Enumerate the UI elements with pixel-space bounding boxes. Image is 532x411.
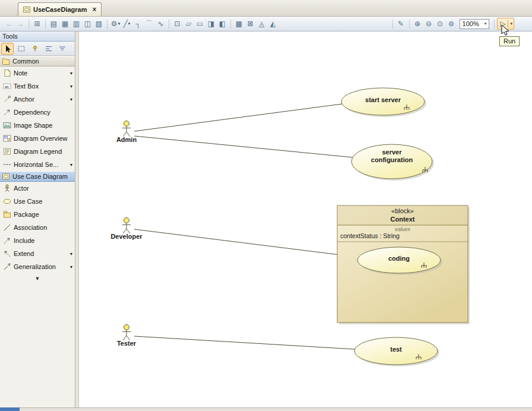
chevron-down-icon[interactable]: ▾ (70, 97, 74, 102)
zoom-out-icon[interactable]: ⊖ (424, 18, 434, 29)
diagram-canvas[interactable]: «block»ContextvaluescontextStatus : Stri… (79, 31, 532, 407)
tool-item-note[interactable]: Note▾ (0, 67, 75, 80)
zoom-in-icon[interactable]: ⊕ (413, 18, 423, 29)
toolbar-separator (392, 20, 393, 29)
tools-sections: CommonNote▾abText Box▾Anchor▾DependencyI… (0, 56, 75, 273)
order-tool[interactable] (56, 43, 68, 55)
grid-icon[interactable]: ▩ (234, 18, 244, 29)
tool-item-diagram-overview[interactable]: Diagram Overview (0, 132, 75, 145)
chevron-down-icon[interactable]: ▾ (118, 21, 121, 26)
tool-item-label: Anchor (14, 96, 68, 103)
actor-admin[interactable] (124, 121, 129, 127)
tool-item-extend[interactable]: Extend▾ (0, 247, 75, 260)
usecase-label: coding (388, 255, 410, 262)
tool-item-actor[interactable]: Actor (0, 182, 75, 195)
chevron-down-icon[interactable]: ▾ (70, 84, 74, 89)
actor-tester[interactable] (124, 325, 129, 330)
forward-icon[interactable]: → (15, 18, 26, 29)
chevron-down-icon[interactable]: ▾ (70, 71, 74, 76)
oblique-path-icon[interactable]: ╱▾ (122, 18, 132, 29)
chevron-down-icon[interactable]: ▾ (484, 21, 487, 26)
bottom-scrollbar[interactable] (0, 407, 532, 411)
more-tools-chevron-icon[interactable]: ▼ (0, 273, 75, 282)
association-icon (3, 223, 11, 232)
oval-icon (3, 197, 11, 206)
tool-item-diagram-legend[interactable]: Diagram Legend (0, 145, 75, 158)
add-text-icon[interactable]: ▭ (195, 18, 205, 29)
actor-label: Admin (116, 136, 137, 143)
association-line[interactable] (134, 104, 342, 131)
tool-item-image-shape[interactable]: Image Shape (0, 119, 75, 132)
tool-item-horizontal-se[interactable]: Horizontal Se...▾ (0, 158, 75, 171)
copy-icon[interactable]: ▤ (49, 18, 59, 29)
tool-item-label: Generalization (14, 263, 68, 270)
tool-item-include[interactable]: Include (0, 234, 75, 247)
close-tab-icon[interactable]: × (93, 7, 97, 12)
usecase-diagram-icon (23, 5, 31, 14)
tool-item-label: Diagram Legend (14, 148, 74, 155)
association-line[interactable] (134, 336, 355, 349)
block-attribute[interactable]: contextStatus : String (340, 232, 400, 239)
layout-icon[interactable]: ⚙▾ (110, 18, 121, 29)
actor-body[interactable] (122, 223, 131, 234)
delete-icon[interactable]: ▧ (94, 18, 104, 29)
sticky-tool[interactable] (28, 43, 41, 55)
actor-developer[interactable] (124, 218, 129, 223)
run-button[interactable]: ▷▾ (497, 18, 514, 30)
add-image-icon[interactable]: ◨ (206, 18, 216, 29)
containment-icon[interactable]: ⊞ (32, 18, 42, 29)
tool-item-generalization[interactable]: Generalization▾ (0, 260, 75, 273)
show-paths-icon[interactable]: ◭ (268, 18, 278, 29)
actor-label: Developer (110, 233, 142, 240)
tool-item-label: Association (14, 224, 74, 231)
note-icon (3, 69, 11, 77)
tool-item-text-box[interactable]: abText Box▾ (0, 80, 75, 93)
tool-item-association[interactable]: Association (0, 221, 75, 234)
actor-body[interactable] (122, 127, 131, 137)
tool-item-use-case[interactable]: Use Case (0, 195, 75, 208)
section-header-use-case-diagram[interactable]: Use Case Diagram (0, 171, 75, 182)
zoom-fit-icon[interactable]: ⊙ (435, 18, 445, 29)
add-note-icon[interactable]: ▱ (183, 18, 194, 29)
scrollbar-thumb[interactable] (0, 407, 20, 411)
association-line[interactable] (134, 136, 353, 157)
tool-item-package[interactable]: Package (0, 208, 75, 221)
edit-properties-icon[interactable]: ✎ (396, 18, 406, 29)
association-line[interactable] (134, 229, 359, 257)
snap-icon[interactable]: ⊠ (245, 18, 255, 29)
tool-item-dependency[interactable]: Dependency (0, 106, 75, 119)
chevron-down-icon[interactable]: ▾ (128, 21, 131, 26)
align-tool[interactable] (42, 43, 55, 55)
tool-item-anchor[interactable]: Anchor▾ (0, 93, 75, 106)
paste-special-icon[interactable]: ▥ (71, 18, 81, 29)
chevron-down-icon[interactable]: ▾ (70, 251, 74, 257)
curved-path-icon[interactable]: ⌒ (144, 18, 154, 29)
clone-icon[interactable]: ◫ (83, 18, 93, 29)
tool-item-label: Include (14, 237, 74, 244)
tool-item-label: Use Case (14, 198, 74, 205)
run-play-icon[interactable]: ▷ (499, 20, 506, 28)
show-dependencies-icon[interactable]: ◬ (256, 18, 267, 29)
tool-item-label: Package (14, 211, 74, 218)
rectangle-selection-tool[interactable] (15, 43, 27, 55)
actor-body[interactable] (122, 330, 131, 341)
spline-path-icon[interactable]: ∿ (156, 18, 166, 29)
paste-icon[interactable]: ▦ (60, 18, 70, 29)
dependency-icon (3, 108, 11, 116)
tab-usecase-diagram[interactable]: UseCaseDiagram × (18, 2, 102, 16)
actor-icon (3, 184, 11, 192)
back-icon[interactable]: ← (4, 18, 14, 29)
zoom-selection-icon[interactable]: ⊚ (446, 18, 457, 29)
chevron-down-icon[interactable]: ▾ (70, 264, 74, 270)
section-header-common[interactable]: Common (0, 56, 75, 67)
rectilinear-path-icon[interactable]: ┐ (133, 18, 143, 29)
separator-icon (3, 160, 11, 169)
add-diagram-icon[interactable]: ⊡ (172, 18, 182, 29)
run-dropdown-icon[interactable]: ▾ (510, 21, 512, 26)
selection-tool[interactable] (1, 43, 14, 55)
add-legend-icon[interactable]: ◧ (217, 18, 227, 29)
zoom-level-select[interactable]: 100%▾ (460, 19, 490, 29)
block-name: Context (391, 216, 415, 223)
chevron-down-icon[interactable]: ▾ (70, 162, 74, 167)
tool-item-label: Note (14, 69, 68, 77)
